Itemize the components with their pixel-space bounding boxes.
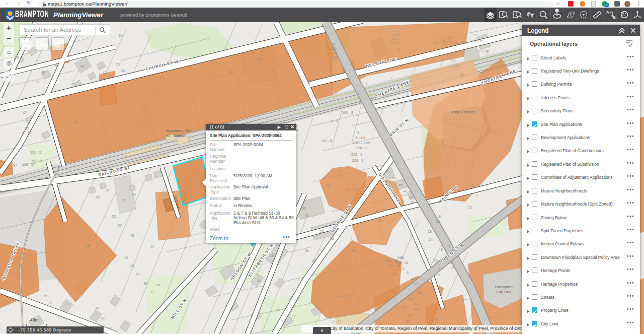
svg-text:203 - 1: 203 - 1 xyxy=(352,159,363,162)
svg-text:!: ! xyxy=(570,12,572,17)
svg-text:1 - 6: 1 - 6 xyxy=(431,317,438,321)
svg-text:37: 37 xyxy=(150,290,154,294)
svg-text:35: 35 xyxy=(418,291,422,295)
svg-text:34: 34 xyxy=(119,34,123,37)
svg-text:203 - 14: 203 - 14 xyxy=(395,261,409,264)
svg-text:124: 124 xyxy=(331,51,337,55)
svg-text:19: 19 xyxy=(436,273,440,277)
svg-text:44: 44 xyxy=(101,78,105,81)
svg-text:131: 131 xyxy=(450,58,456,62)
svg-text:26: 26 xyxy=(276,308,280,312)
svg-text:24: 24 xyxy=(429,238,433,241)
svg-text:65: 65 xyxy=(25,126,29,130)
svg-text:8: 8 xyxy=(407,271,409,275)
svg-text:200 - 50: 200 - 50 xyxy=(387,264,400,268)
svg-text:A: A xyxy=(606,10,609,15)
svg-text:52: 52 xyxy=(112,215,116,218)
svg-text:72: 72 xyxy=(35,80,39,84)
svg-text:16B: 16B xyxy=(397,256,404,259)
svg-text:51: 51 xyxy=(174,198,178,202)
svg-text:11: 11 xyxy=(352,249,356,252)
svg-text:35: 35 xyxy=(257,279,261,283)
svg-text:1: 1 xyxy=(449,245,451,248)
svg-text:103 - 57: 103 - 57 xyxy=(22,163,35,166)
svg-text:27: 27 xyxy=(122,198,126,202)
svg-text:50: 50 xyxy=(118,224,122,227)
svg-text:28: 28 xyxy=(270,254,274,257)
svg-text:Brampton GO: Brampton GO xyxy=(166,128,191,133)
svg-text:55: 55 xyxy=(409,297,413,301)
svg-text:3.5 - 2: 3.5 - 2 xyxy=(390,37,400,41)
svg-text:11: 11 xyxy=(460,73,464,76)
svg-text:A - 65: A - 65 xyxy=(22,131,31,135)
svg-text:41: 41 xyxy=(404,189,408,193)
svg-text:2 - 21: 2 - 21 xyxy=(333,169,342,173)
svg-text:50: 50 xyxy=(392,273,396,277)
svg-text:41: 41 xyxy=(136,272,140,276)
svg-text:36: 36 xyxy=(156,283,160,287)
svg-text:6: 6 xyxy=(397,47,399,51)
svg-text:B: B xyxy=(613,15,616,20)
svg-text:3 - 111: 3 - 111 xyxy=(355,136,366,140)
svg-text:21: 21 xyxy=(305,249,309,252)
svg-text:1: 1 xyxy=(357,131,359,135)
svg-text:24: 24 xyxy=(326,183,330,187)
svg-text:27: 27 xyxy=(320,230,324,233)
svg-text:1: 1 xyxy=(464,167,466,171)
svg-text:31: 31 xyxy=(411,201,415,204)
svg-text:9: 9 xyxy=(355,257,357,260)
svg-text:30: 30 xyxy=(108,326,112,330)
svg-text:1 - 131: 1 - 131 xyxy=(449,64,460,68)
svg-text:8: 8 xyxy=(462,197,464,201)
svg-text:130: 130 xyxy=(330,42,336,46)
svg-text:126: 126 xyxy=(331,47,337,50)
svg-text:38: 38 xyxy=(121,69,125,73)
svg-text:31: 31 xyxy=(106,188,110,192)
svg-text:22: 22 xyxy=(264,297,268,301)
svg-text:104 - 8: 104 - 8 xyxy=(342,111,353,114)
svg-text:27: 27 xyxy=(448,36,452,40)
svg-text:1: 1 xyxy=(429,201,431,204)
svg-text:17: 17 xyxy=(292,314,296,318)
svg-text:1: 1 xyxy=(476,193,478,197)
svg-text:29: 29 xyxy=(236,287,240,291)
svg-text:34: 34 xyxy=(257,57,261,61)
svg-text:202 - 1: 202 - 1 xyxy=(351,153,362,156)
svg-text:20: 20 xyxy=(378,219,382,222)
svg-text:45: 45 xyxy=(124,256,128,259)
svg-text:48: 48 xyxy=(41,71,45,74)
svg-text:40: 40 xyxy=(80,64,85,68)
svg-text:17: 17 xyxy=(439,267,443,271)
svg-text:39: 39 xyxy=(414,302,418,306)
svg-text:1201 - 1.99: 1201 - 1.99 xyxy=(352,141,370,145)
svg-text:Brampton: Brampton xyxy=(495,285,513,289)
svg-text:43: 43 xyxy=(415,307,419,311)
svg-text:57: 57 xyxy=(386,170,390,174)
svg-text:45: 45 xyxy=(86,244,90,247)
svg-text:2: 2 xyxy=(385,197,387,201)
svg-text:47: 47 xyxy=(409,313,413,317)
svg-text:48: 48 xyxy=(130,234,134,237)
svg-text:101 - 5: 101 - 5 xyxy=(30,151,41,154)
svg-text:11: 11 xyxy=(229,71,232,74)
svg-text:2 - 135: 2 - 135 xyxy=(478,49,489,53)
svg-text:21: 21 xyxy=(474,33,478,37)
svg-text:35: 35 xyxy=(96,195,100,199)
svg-text:45: 45 xyxy=(398,183,403,187)
svg-text:57: 57 xyxy=(13,164,17,167)
svg-text:31: 31 xyxy=(305,214,309,217)
svg-text:City Hall: City Hall xyxy=(496,290,511,294)
svg-text:19: 19 xyxy=(451,266,455,270)
svg-text:9: 9 xyxy=(441,248,443,251)
svg-text:23: 23 xyxy=(330,237,334,240)
svg-text:Rose Theatre: Rose Theatre xyxy=(451,110,475,114)
svg-text:34: 34 xyxy=(95,306,99,310)
svg-text:100 - 8: 100 - 8 xyxy=(321,139,332,143)
svg-text:71: 71 xyxy=(392,296,396,300)
svg-text:43: 43 xyxy=(130,264,134,268)
svg-text:33: 33 xyxy=(65,302,69,306)
svg-text:35: 35 xyxy=(43,294,47,298)
svg-text:72: 72 xyxy=(73,121,77,124)
svg-text:3: 3 xyxy=(471,183,473,187)
svg-text:16: 16 xyxy=(116,62,120,66)
